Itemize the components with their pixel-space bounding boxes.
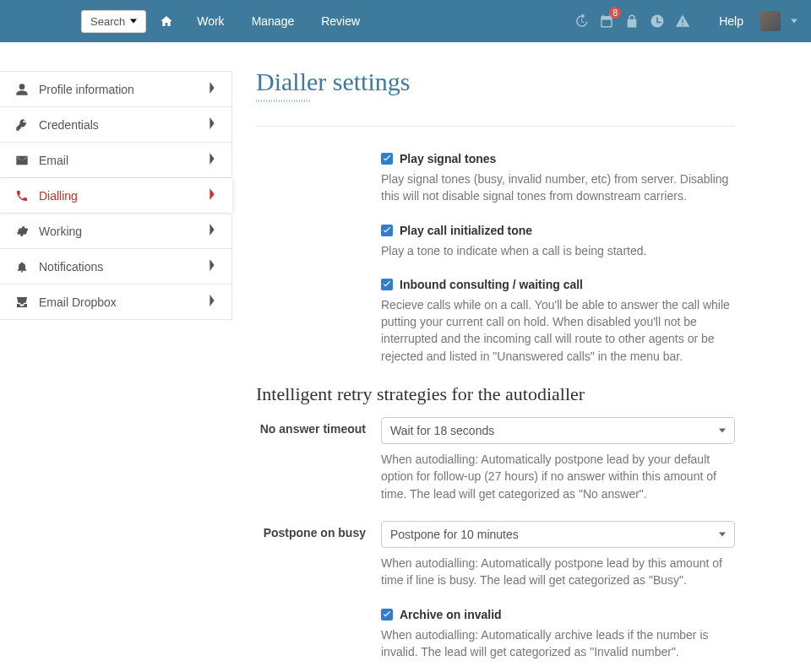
page-title: Dialler settings: [256, 68, 735, 96]
archive-help: When autodialling: Automatically archive…: [381, 626, 735, 661]
sidebar-item-label: Credentials: [39, 118, 99, 132]
nav-manage[interactable]: Manage: [242, 9, 305, 33]
cogs-icon: [15, 225, 30, 238]
check-icon: [383, 280, 391, 289]
lock-icon: [624, 14, 640, 29]
sidebar-item-label: Notifications: [39, 260, 103, 274]
archive-label: Archive on invalid: [400, 608, 502, 621]
sidebar-item-label: Email Dropbox: [39, 295, 117, 309]
main-content: Dialler settings Play signal tonesPlay s…: [232, 42, 811, 672]
key-icon: [15, 118, 30, 132]
no-answer-label: No answer timeout: [256, 417, 381, 502]
help-link[interactable]: Help: [709, 9, 754, 33]
section-retry-title: Intelligent retry strategies for the aut…: [256, 383, 735, 405]
sidebar-item-credentials[interactable]: Credentials: [0, 107, 231, 143]
home-icon: [160, 14, 173, 28]
search-button[interactable]: Search: [81, 10, 146, 33]
no-answer-select[interactable]: Wait for 18 seconds: [381, 417, 735, 444]
checkbox-2-label: Inbound consulting / waiting call: [400, 278, 583, 291]
sidebar: Profile informationCredentialsEmailDiall…: [0, 42, 232, 672]
checkbox-1-label: Play call initialized tone: [400, 224, 532, 237]
checkbox-2-help: Recieve calls while on a call. You'll be…: [381, 296, 735, 365]
caret-down-icon: [130, 18, 137, 24]
sidebar-item-notifications[interactable]: Notifications: [0, 249, 231, 285]
clock-icon: [650, 14, 665, 29]
no-answer-help: When autodialling: Automatically postpon…: [381, 451, 735, 502]
sidebar-item-label: Dialling: [39, 189, 78, 203]
search-label: Search: [90, 15, 125, 28]
chevron-right-icon: [208, 117, 216, 132]
checkbox-1[interactable]: [381, 225, 393, 236]
sidebar-item-label: Profile information: [39, 83, 134, 96]
chevron-right-icon: [208, 153, 216, 167]
postpone-select[interactable]: Postpone for 10 minutes: [381, 521, 735, 548]
clock-button[interactable]: [648, 12, 667, 30]
inbox-icon: [15, 295, 30, 309]
caret-down-icon: [719, 531, 726, 538]
sidebar-item-dialling[interactable]: Dialling: [0, 178, 232, 214]
chevron-right-icon: [208, 188, 216, 203]
checkbox-0[interactable]: [381, 153, 393, 165]
checkbox-0-label: Play signal tones: [400, 152, 496, 165]
phone-icon: [15, 189, 30, 203]
chevron-right-icon: [208, 224, 216, 238]
caret-down-icon: [719, 427, 726, 434]
user-icon: [15, 83, 30, 96]
sidebar-item-email[interactable]: Email: [0, 143, 231, 178]
postpone-help: When autodialling: Automatically postpon…: [381, 555, 735, 589]
no-answer-value: Wait for 18 seconds: [390, 424, 494, 437]
lock-button[interactable]: [623, 12, 641, 30]
user-menu-caret-icon[interactable]: [791, 18, 797, 24]
chevron-right-icon: [208, 259, 216, 274]
title-divider: [256, 126, 735, 127]
sidebar-item-label: Email: [39, 154, 68, 167]
checkbox-2[interactable]: [381, 279, 393, 290]
sidebar-item-working[interactable]: Working: [0, 214, 231, 249]
history-icon: [574, 14, 589, 29]
history-button[interactable]: [572, 12, 591, 30]
home-link[interactable]: [153, 9, 180, 33]
sidebar-item-email-dropbox[interactable]: Email Dropbox: [0, 285, 231, 320]
check-icon: [383, 610, 391, 619]
title-underline: [256, 100, 312, 102]
calendar-badge: 8: [609, 7, 621, 19]
alert-button[interactable]: [673, 12, 692, 30]
check-icon: [383, 154, 391, 163]
top-nav: Search Work Manage Review 8 Help: [0, 0, 811, 42]
nav-review[interactable]: Review: [311, 9, 370, 33]
chevron-right-icon: [208, 82, 216, 96]
postpone-label: Postpone on busy: [256, 521, 381, 589]
nav-work[interactable]: Work: [187, 9, 234, 33]
postpone-value: Postpone for 10 minutes: [390, 528, 519, 541]
bell-icon: [15, 260, 30, 274]
archive-checkbox[interactable]: [381, 609, 393, 621]
check-icon: [383, 226, 391, 235]
chevron-right-icon: [208, 295, 216, 309]
calendar-button[interactable]: 8: [597, 12, 616, 30]
warning-icon: [675, 14, 690, 29]
checkbox-1-help: Play a tone to indicate when a call is b…: [381, 242, 735, 259]
checkbox-0-help: Play signal tones (busy, invalid number,…: [381, 171, 735, 205]
sidebar-item-label: Working: [39, 225, 82, 238]
sidebar-item-profile-information[interactable]: Profile information: [0, 71, 231, 107]
envelope-icon: [15, 154, 30, 167]
avatar[interactable]: [760, 11, 781, 31]
